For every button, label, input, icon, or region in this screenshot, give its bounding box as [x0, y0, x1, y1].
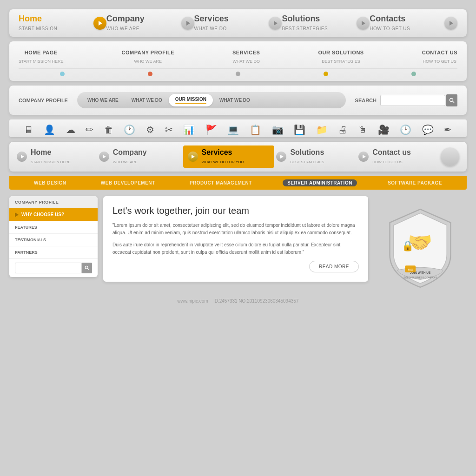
- sidebar-features[interactable]: FEATURES: [9, 221, 98, 233]
- nav4-contact[interactable]: Contact us HOW TO GET US: [358, 148, 441, 165]
- icon-camera[interactable]: 📷: [272, 125, 284, 134]
- content-para1: "Lorem ipsum dolor sit amet, consectetue…: [112, 222, 359, 237]
- search-input[interactable]: [380, 95, 445, 106]
- nav2-company-sub: WHO WE ARE: [134, 59, 162, 64]
- content-para2: Duis aute irure dolor in reprehenderit i…: [112, 241, 359, 256]
- sidebar-search-input[interactable]: [15, 263, 82, 273]
- nav2-dot-row: [19, 68, 457, 76]
- nav4-contact-play: [358, 152, 369, 162]
- icon-trash[interactable]: 🗑: [104, 125, 113, 134]
- nav4-circle-button[interactable]: [441, 147, 459, 166]
- nav2-labels: HOME PAGE START MISSION HERE COMPANY PRO…: [19, 48, 457, 65]
- nav2-company[interactable]: COMPANY PROFILE WHO WE ARE: [122, 48, 174, 65]
- nav1-home[interactable]: Home START MISSION: [19, 14, 106, 32]
- icon-folder[interactable]: 📁: [316, 125, 328, 134]
- icon-printer[interactable]: 🖨: [338, 125, 347, 134]
- nav2-contact[interactable]: CONTACT US HOW TO GET US: [422, 48, 457, 65]
- nav4-services[interactable]: Services WHAT WE DO FOR YOU: [183, 145, 275, 168]
- sub-web-dev[interactable]: WEB DEVELOPEMENT: [97, 179, 159, 186]
- icon-video[interactable]: 🎥: [378, 125, 390, 134]
- nav1-contacts-play[interactable]: [444, 17, 457, 30]
- nav1-solutions-label: Solutions: [282, 14, 352, 24]
- sub-server-admin[interactable]: SERVER ADMINISTRATION: [283, 179, 357, 186]
- nav1-contacts[interactable]: Contacts HOW TO GET US: [370, 14, 457, 32]
- nav3-tab-who[interactable]: WHO WE ARE: [81, 95, 125, 106]
- content-area: COMPANY PROFILE WHY CHOOSE US? FEATURES …: [9, 196, 467, 289]
- nav2-dot-2: [236, 72, 240, 76]
- play-arrow-icon: [103, 155, 106, 159]
- nav1-contacts-label: Contacts: [370, 14, 440, 24]
- nav1-company-play[interactable]: [181, 17, 194, 30]
- icon-cloud[interactable]: ☁: [66, 125, 75, 134]
- nav1-home-play[interactable]: [93, 17, 106, 30]
- sidebar-search-button[interactable]: [82, 263, 92, 273]
- icon-edit[interactable]: ✏: [86, 125, 93, 134]
- icons-row: 🖥 👤 ☁ ✏ 🗑 🕐 ⚙ ✂ 📊 🚩 💻 📋 📷 💾 📁 🖨 🖱 🎥 🕑 💬 …: [19, 125, 457, 134]
- search-button[interactable]: [446, 94, 457, 106]
- nav1-company[interactable]: Company WHO WE ARE: [106, 14, 194, 32]
- nav4-solutions[interactable]: Solutions BEST STRATEGIES: [276, 148, 358, 165]
- nav4-company-label: Company: [113, 148, 147, 157]
- nav2-solutions[interactable]: OUR SOLUTIONS BEST STRATEGIES: [318, 48, 364, 65]
- nav4-solutions-sub: BEST STRATEGIES: [290, 160, 324, 164]
- icon-user[interactable]: 👤: [44, 125, 55, 134]
- sidebar-arrow-icon: [15, 212, 19, 217]
- nav4-company[interactable]: Company WHO WE ARE: [99, 148, 181, 165]
- nav3-tab-what2[interactable]: WHAT WE DO: [213, 95, 257, 106]
- read-more-button[interactable]: READ MORE: [309, 261, 359, 272]
- nav3-search-area: SEARCH: [355, 94, 457, 106]
- sub-software-pkg[interactable]: SOFTWARE PACKAGE: [384, 179, 446, 186]
- nav1-solutions-play[interactable]: [357, 17, 370, 30]
- svg-text:🔒: 🔒: [402, 240, 414, 252]
- watermark: www.nipic.com ID:2457331 NO:201109230603…: [0, 296, 476, 306]
- icon-clock[interactable]: 🕐: [124, 125, 135, 134]
- icon-floppy[interactable]: 💾: [294, 125, 305, 134]
- icon-chat[interactable]: 💬: [422, 125, 434, 134]
- icon-clipboard[interactable]: 📋: [250, 125, 261, 134]
- nav1-services[interactable]: Services WHAT WE DO: [194, 14, 282, 32]
- nav3-tab-mission[interactable]: OUR MISSION: [169, 94, 213, 106]
- search-icon: [449, 98, 455, 103]
- icon-scissors[interactable]: ✂: [165, 125, 173, 134]
- content-title: Let's work together, join our team: [112, 205, 359, 216]
- icon-chart[interactable]: 📊: [183, 125, 195, 134]
- svg-point-2: [85, 266, 88, 269]
- badge-shield: 🤝 🔒 JOIN WITH US SOLID BUSINESS COMPANY …: [378, 205, 462, 289]
- search-icon: [85, 265, 89, 270]
- play-arrow-icon: [21, 155, 24, 159]
- icon-flag[interactable]: 🚩: [205, 125, 217, 134]
- nav2-dot-1: [148, 72, 152, 76]
- navbar-2: HOME PAGE START MISSION HERE COMPANY PRO…: [9, 41, 467, 81]
- nav2-solutions-sub: BEST STRATEGIES: [322, 59, 360, 64]
- nav1-services-play[interactable]: [269, 17, 282, 30]
- nav2-contact-label: CONTACT US: [422, 50, 457, 55]
- nav2-homepage[interactable]: HOME PAGE START MISSION HERE: [19, 48, 64, 65]
- nav4-services-label: Services: [202, 148, 244, 157]
- nav3-tab-what1[interactable]: WHAT WE DO: [125, 95, 169, 106]
- nav4-home[interactable]: Home START MISSION HERE: [17, 148, 99, 165]
- sidebar-testimonials[interactable]: TESTIMONIALS: [9, 233, 98, 246]
- icon-monitor[interactable]: 🖥: [24, 125, 33, 134]
- nav2-services[interactable]: SERVICES WHAT WE DO: [232, 48, 260, 65]
- nav3-tab-group: WHO WE ARE WHAT WE DO OUR MISSION WHAT W…: [77, 92, 346, 108]
- icon-pen[interactable]: ✒: [444, 125, 452, 134]
- nav1-services-sub: WHAT WE DO: [194, 26, 227, 31]
- icon-gear[interactable]: ⚙: [146, 125, 154, 134]
- nav3-search-label: SEARCH: [355, 98, 377, 103]
- sub-web-design[interactable]: WEB DESIGN: [30, 179, 70, 186]
- svg-line-1: [453, 101, 455, 103]
- sub-product-mgmt[interactable]: PRODUCT MANAGEMENT: [186, 179, 256, 186]
- nav4-solutions-play: [276, 152, 286, 162]
- nav1-contacts-sub: HOW TO GET US: [370, 26, 410, 31]
- icon-mouse[interactable]: 🖱: [358, 125, 367, 134]
- icon-laptop[interactable]: 💻: [227, 125, 239, 134]
- nav1-solutions[interactable]: Solutions BEST STRATEGIES: [282, 14, 370, 32]
- nav1-company-label: Company: [106, 14, 177, 24]
- play-arrow-icon: [362, 21, 365, 26]
- sidebar-search-area: [9, 258, 98, 277]
- sidebar-why-choose[interactable]: WHY CHOOSE US?: [9, 208, 98, 221]
- sidebar-partners[interactable]: PARTNERS: [9, 246, 98, 258]
- icons-bar: 🖥 👤 ☁ ✏ 🗑 🕐 ⚙ ✂ 📊 🚩 💻 📋 📷 💾 📁 🖨 🖱 🎥 🕑 💬 …: [9, 119, 467, 137]
- nav2-contact-sub: HOW TO GET US: [423, 59, 457, 64]
- icon-clock2[interactable]: 🕑: [400, 125, 411, 134]
